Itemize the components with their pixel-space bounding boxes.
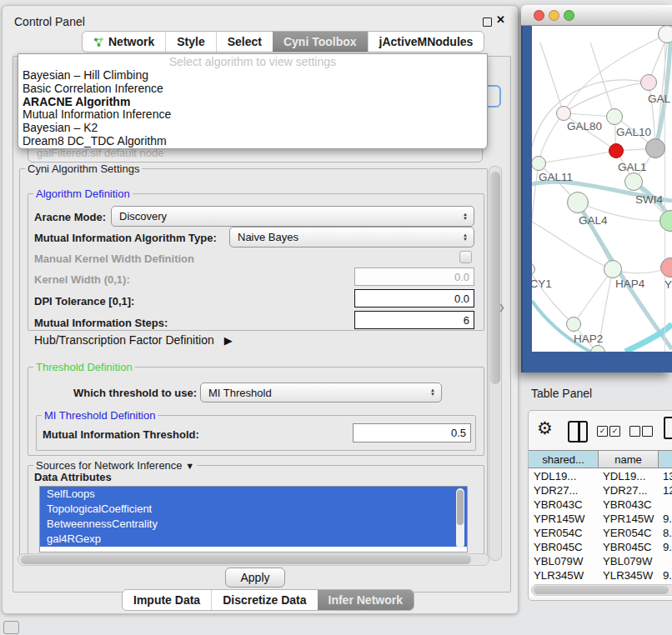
mi-threshold-label: Mutual Information Threshold:: [43, 428, 199, 441]
gear-icon[interactable]: ⚙: [537, 418, 553, 438]
table-row[interactable]: YPR145WYPR145W9.: [529, 512, 672, 526]
dpi-tolerance-field[interactable]: 0.0: [354, 289, 474, 308]
network-node-gal[interactable]: [640, 74, 657, 91]
document-icon[interactable]: [664, 417, 672, 439]
float-window-icon[interactable]: [483, 18, 492, 27]
control-panel-title: Control Panel: [14, 15, 85, 28]
tab-style[interactable]: Style: [165, 32, 215, 52]
manual-kernel-checkbox[interactable]: [459, 251, 472, 263]
collapsed-panel-icon[interactable]: [3, 621, 19, 634]
unchecked-checkbox-icon[interactable]: [642, 426, 653, 437]
scrollbar-thumb[interactable]: [21, 555, 471, 564]
scrollbar-thumb[interactable]: [457, 490, 464, 525]
tab-bar: NetworkStyleSelectCyni ToolboxjActiveMNo…: [82, 31, 484, 52]
checked-checkbox-icon[interactable]: ✓: [609, 426, 620, 437]
attribute-item-selfloops[interactable]: SelfLoops: [40, 487, 467, 502]
algorithm-definition-legend: Algorithm Definition: [33, 188, 133, 200]
aracne-mode-select[interactable]: Discovery ▲▼: [111, 206, 474, 227]
dropdown-placeholder: Select algorithm to view settings: [18, 54, 487, 69]
kernel-width-field[interactable]: 0.0: [354, 268, 474, 286]
data-attributes-list[interactable]: SelfLoopsTopologicalCoefficientBetweenne…: [39, 486, 468, 552]
table-row[interactable]: YER054CYER054C8.: [529, 526, 672, 540]
column-header-shared[interactable]: shared...: [529, 451, 598, 468]
network-node-gal1[interactable]: [609, 143, 624, 158]
network-view-window: GALGAL80GAL10GAL1GAL11SWI4GAL4GCY1HAP4YH…: [521, 5, 672, 372]
table-cell: 9.: [658, 540, 672, 554]
network-icon: [93, 37, 104, 48]
network-node-swi4[interactable]: [624, 172, 643, 191]
table-row[interactable]: YDL19...YDL19...13: [529, 469, 672, 483]
tab-network[interactable]: Network: [83, 32, 165, 52]
node-label-swi4: SWI4: [635, 193, 663, 206]
table-cell: YBL079W: [598, 554, 658, 568]
algorithm-option-mutual-information-inference[interactable]: Mutual Information Inference: [18, 108, 487, 122]
bottom-tab-impute-data[interactable]: Impute Data: [123, 590, 211, 610]
column-header-name[interactable]: name: [598, 451, 658, 468]
table-row[interactable]: YBL079WYBL079W: [529, 554, 672, 568]
close-traffic-light-icon[interactable]: [534, 10, 544, 21]
network-window-titlebar[interactable]: [521, 5, 672, 26]
algorithm-option-aracne-algorithm[interactable]: ARACNE Algorithm: [18, 96, 487, 109]
attribute-item-betweennesscentrality[interactable]: BetweennessCentrality: [40, 517, 467, 532]
close-icon[interactable]: ✕: [496, 13, 505, 26]
collapse-down-icon[interactable]: ▼: [185, 461, 194, 471]
table-horizontal-scrollbar[interactable]: [531, 584, 672, 596]
which-threshold-select[interactable]: MI Threshold ▲▼: [200, 382, 442, 402]
list-scrollbar[interactable]: [456, 488, 464, 548]
attribute-item-topologicalcoefficient[interactable]: TopologicalCoefficient: [40, 502, 467, 517]
bottom-tab-discretize-data[interactable]: Discretize Data: [211, 590, 317, 610]
node-label-gal10: GAL10: [616, 126, 651, 138]
algorithm-option-basic-correlation-inference[interactable]: Basic Correlation Inference: [18, 82, 487, 96]
checked-checkbox-icon[interactable]: ✓: [597, 426, 608, 437]
table-row[interactable]: YDR27...YDR27...12: [529, 483, 672, 498]
hub-definition-expander[interactable]: Hub/Transcription Factor Definition ▶: [34, 333, 233, 347]
settings-horizontal-scrollbar[interactable]: [18, 553, 489, 566]
mi-threshold-field[interactable]: 0.5: [353, 423, 471, 442]
columns-icon[interactable]: [568, 421, 588, 442]
table-cell: 9.: [658, 568, 672, 582]
table-cell: YBR043C: [598, 498, 658, 512]
network-node-hap2[interactable]: [566, 317, 581, 332]
which-threshold-label: Which threshold to use:: [73, 387, 197, 399]
table-row[interactable]: YBR043CYBR043C: [529, 498, 672, 512]
bottom-tab-infer-network[interactable]: Infer Network: [318, 590, 414, 610]
table-cell: YDR27...: [529, 483, 598, 498]
mi-steps-field[interactable]: 6: [354, 311, 474, 329]
tab-jactivemnodules[interactable]: jActiveMNodules: [368, 32, 484, 52]
table-cell: YER054C: [598, 526, 658, 540]
table-panel-title: Table Panel: [531, 387, 592, 400]
algorithm-option-dream8-dc-tdc-algorithm[interactable]: Dream8 DC_TDC Algorithm: [18, 135, 487, 148]
mi-threshold-definition-legend: MI Threshold Definition: [42, 409, 158, 422]
unchecked-checkbox-icon[interactable]: [629, 426, 640, 437]
mi-type-label: Mutual Information Algorithm Type:: [34, 232, 217, 244]
column-header-cut[interactable]: [658, 451, 672, 468]
settings-vertical-scrollbar[interactable]: [489, 166, 502, 561]
network-node[interactable]: [658, 26, 672, 43]
algorithm-option-bayesian-hill-climbing[interactable]: Bayesian – Hill Climbing: [18, 69, 487, 82]
minimize-traffic-light-icon[interactable]: [549, 10, 559, 21]
table-cell: YBR045C: [598, 540, 658, 554]
panel-resize-grip[interactable]: ❯: [499, 303, 505, 312]
mi-type-select[interactable]: Naive Bayes ▲▼: [229, 227, 474, 248]
threshold-definition-legend: Threshold Definition: [33, 361, 135, 373]
tab-select[interactable]: Select: [216, 32, 273, 52]
algorithm-option-bayesian-k2[interactable]: Bayesian – K2: [18, 122, 487, 135]
network-node-gal80[interactable]: [556, 106, 571, 121]
network-node[interactable]: [645, 138, 665, 158]
node-label-gal1: GAL1: [618, 161, 647, 173]
network-canvas[interactable]: GALGAL80GAL10GAL1GAL11SWI4GAL4GCY1HAP4YH…: [532, 26, 672, 352]
scrollbar-thumb[interactable]: [534, 586, 669, 594]
tab-cyni-toolbox[interactable]: Cyni Toolbox: [273, 32, 368, 52]
table-cell: YPR145W: [529, 512, 598, 526]
apply-button[interactable]: Apply: [225, 568, 285, 588]
scrollbar-thumb[interactable]: [490, 172, 500, 384]
table-row[interactable]: YBR045CYBR045C9.: [529, 540, 672, 554]
zoom-traffic-light-icon[interactable]: [564, 10, 574, 21]
cyni-algorithm-settings-legend: Cyni Algorithm Settings: [25, 162, 142, 175]
table-row[interactable]: YLR345WYLR345W9.: [529, 568, 672, 582]
table-cell: YBL079W: [529, 554, 598, 568]
network-node-gal4[interactable]: [567, 192, 589, 213]
network-node-gal10[interactable]: [606, 108, 623, 125]
network-node-hap4[interactable]: [604, 260, 622, 278]
attribute-item-gal4rgexp[interactable]: gal4RGexp: [40, 532, 467, 547]
